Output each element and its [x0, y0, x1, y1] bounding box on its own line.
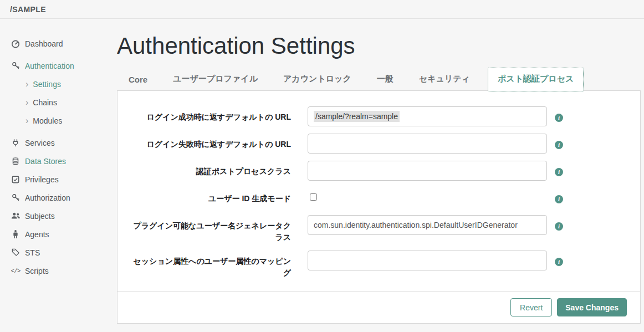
settings-panel: ログイン成功時に返すデフォルトの URL /sample/?realm=samp…: [117, 90, 641, 324]
tab-post-authentication[interactable]: ポスト認証プロセス: [488, 68, 584, 91]
sidebar-item-sts[interactable]: STS: [0, 243, 117, 262]
main-content: Authentication Settings Core ユーザープロファイル …: [117, 19, 641, 324]
sidebar-item-label: STS: [25, 248, 40, 257]
sidebar-item-authorization[interactable]: Authorization: [0, 188, 117, 207]
field-row-username-generator: プラグイン可能なユーザー名ジェネレータクラス i: [117, 215, 640, 243]
info-icon[interactable]: i: [555, 195, 563, 203]
field-label: ログイン失敗時に返すデフォルトの URL: [129, 134, 291, 150]
field-label: 認証ポストプロセスクラス: [129, 161, 291, 177]
field-row-attribute-mapping: セッション属性へのユーザー属性のマッピング i: [117, 251, 640, 279]
sidebar-item-label: Subjects: [25, 212, 55, 221]
field-row-failure-url: ログイン失敗時に返すデフォルトの URL i: [117, 134, 640, 154]
field-label: ユーザー ID 生成モード: [129, 188, 291, 205]
success-url-value: /sample/?realm=sample: [314, 111, 400, 122]
info-icon[interactable]: i: [555, 114, 563, 122]
sidebar-item-chains[interactable]: › Chains: [0, 93, 117, 111]
check-square-icon: [11, 176, 21, 183]
tab-core[interactable]: Core: [121, 70, 155, 91]
attribute-mapping-input[interactable]: [308, 251, 547, 270]
realm-label: /SAMPLE: [10, 5, 46, 14]
sidebar-item-services[interactable]: Services: [0, 134, 117, 152]
tab-account-lockout[interactable]: アカウントロック: [275, 69, 359, 91]
chevron-right-icon: ›: [25, 98, 28, 107]
sidebar-item-label: Modules: [33, 116, 62, 125]
info-icon[interactable]: i: [555, 222, 563, 231]
sidebar-item-label: Settings: [33, 80, 61, 89]
sidebar-item-label: Dashboard: [25, 39, 63, 48]
sidebar-item-dashboard[interactable]: Dashboard: [0, 34, 117, 53]
plug-icon: [11, 139, 21, 147]
field-label: プラグイン可能なユーザー名ジェネレータクラス: [129, 215, 291, 243]
revert-button[interactable]: Revert: [510, 298, 552, 316]
page-title: Authentication Settings: [117, 33, 641, 59]
chevron-right-icon: ›: [25, 116, 28, 125]
person-icon: [11, 230, 21, 239]
failure-url-input[interactable]: [308, 134, 547, 154]
sidebar-item-settings[interactable]: › Settings: [0, 75, 117, 93]
sidebar-item-label: Agents: [25, 230, 49, 239]
chevron-right-icon: ›: [25, 80, 28, 89]
key-icon: [11, 193, 21, 202]
sidebar-item-label: Chains: [33, 98, 57, 107]
info-icon[interactable]: i: [555, 168, 563, 176]
sidebar-item-modules[interactable]: › Modules: [0, 111, 117, 130]
users-icon: [11, 212, 21, 219]
userid-generation-checkbox[interactable]: [310, 193, 317, 201]
tab-general[interactable]: 一般: [369, 69, 401, 91]
sidebar-item-agents[interactable]: Agents: [0, 225, 117, 243]
settings-form: ログイン成功時に返すデフォルトの URL /sample/?realm=samp…: [117, 91, 640, 286]
sidebar-item-data-stores[interactable]: Data Stores: [0, 152, 117, 170]
post-process-class-input[interactable]: [308, 161, 547, 181]
tab-user-profile[interactable]: ユーザープロファイル: [165, 69, 265, 91]
sidebar-item-label: Services: [25, 139, 55, 147]
tab-bar: Core ユーザープロファイル アカウントロック 一般 セキュリティ ポスト認証…: [121, 68, 641, 91]
tags-icon: [11, 248, 21, 257]
field-label: セッション属性へのユーザー属性のマッピング: [129, 251, 291, 279]
database-icon: [11, 157, 21, 166]
username-generator-input[interactable]: [308, 215, 547, 235]
info-icon[interactable]: i: [555, 258, 563, 266]
field-row-post-process-class: 認証ポストプロセスクラス i: [117, 161, 640, 181]
tab-security[interactable]: セキュリティ: [411, 69, 478, 91]
field-label: ログイン成功時に返すデフォルトの URL: [129, 106, 291, 123]
sidebar-item-authentication[interactable]: Authentication: [0, 57, 117, 75]
sidebar-item-label: Data Stores: [25, 157, 66, 166]
info-icon[interactable]: i: [555, 141, 563, 149]
dashboard-icon: [11, 39, 21, 48]
sidebar-item-scripts[interactable]: </> Scripts: [0, 262, 117, 280]
success-url-input[interactable]: /sample/?realm=sample: [308, 106, 547, 126]
code-icon: </>: [11, 268, 21, 274]
sidebar-item-label: Scripts: [25, 267, 49, 275]
field-row-success-url: ログイン成功時に返すデフォルトの URL /sample/?realm=samp…: [117, 106, 640, 126]
sidebar: Dashboard Authentication › Settings › Ch…: [0, 19, 117, 280]
sidebar-item-label: Authentication: [25, 62, 74, 70]
field-row-userid-generation: ユーザー ID 生成モード i: [117, 188, 640, 208]
panel-footer: Revert Save Changes: [117, 291, 640, 323]
sidebar-item-label: Privileges: [25, 175, 59, 184]
sidebar-item-privileges[interactable]: Privileges: [0, 170, 117, 188]
save-changes-button[interactable]: Save Changes: [557, 298, 627, 316]
key-icon: [11, 62, 21, 70]
top-bar: /SAMPLE: [0, 0, 644, 19]
sidebar-item-label: Authorization: [25, 193, 70, 202]
sidebar-item-subjects[interactable]: Subjects: [0, 207, 117, 225]
